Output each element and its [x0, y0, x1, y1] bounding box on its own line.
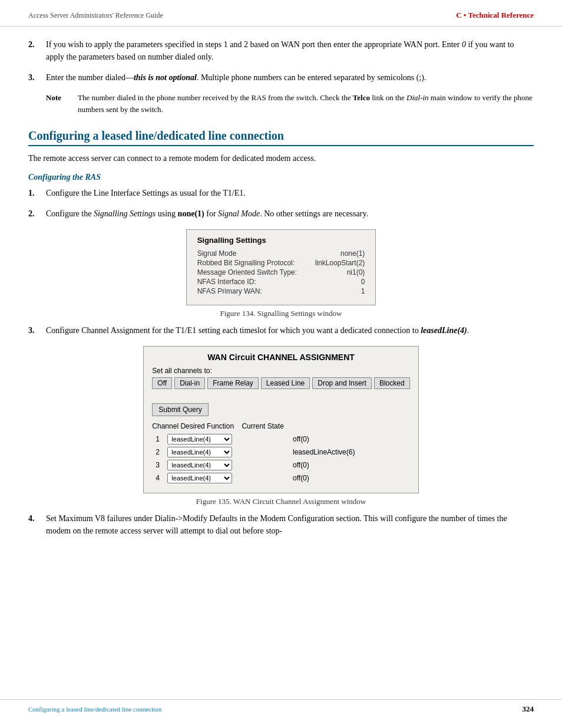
wan-channel-header: Channel Desired Function Current State — [152, 422, 409, 430]
page-footer: Configuring a leased line/dedicated line… — [0, 699, 562, 714]
header-chapter-prefix: C • — [456, 11, 468, 19]
subsection-heading: Configuring the RAS — [28, 173, 534, 182]
signal-row-1: Robbed Bit Signalling Protocol: linkLoop… — [197, 259, 365, 267]
wan-row-3-state: off(0) — [289, 459, 410, 472]
wan-row-1-num: 1 — [152, 433, 164, 446]
step-2-text: If you wish to apply the parameters spec… — [46, 38, 534, 63]
wan-row-2-state: leasedLineActive(6) — [289, 446, 410, 459]
wan-btn-leased-line[interactable]: Leased Line — [261, 377, 310, 389]
wan-btn-blocked[interactable]: Blocked — [374, 377, 410, 389]
wan-row-1-state: off(0) — [289, 433, 410, 446]
signal-box-title: Signalling Settings — [197, 236, 365, 245]
step-4: 4. Set Maximum V8 failures under Dialin-… — [28, 512, 534, 537]
wan-row-2-select-cell: leasedLine(4) — [164, 446, 289, 459]
figure-135-caption: Figure 135. WAN Circuit Channel Assignme… — [196, 497, 366, 506]
wan-channel-label2: Current State — [242, 422, 283, 430]
step-3-num: 3. — [28, 71, 46, 84]
wan-row-3-num: 3 — [152, 459, 164, 472]
footer-page-num: 324 — [523, 704, 534, 714]
wan-buttons-row: Off Dial-in Frame Relay Leased Line Drop… — [152, 377, 409, 389]
ras-step-1: 1. Configure the Line Interface Settings… — [28, 187, 534, 199]
section-heading: Configuring a leased line/dedicated line… — [28, 129, 534, 146]
ras-step-3-text: Configure Channel Assignment for the T1/… — [46, 324, 534, 337]
signal-label-1: Robbed Bit Signalling Protocol: — [197, 259, 315, 267]
signal-label-0: Signal Mode — [197, 249, 315, 258]
signal-value-3: 0 — [361, 278, 365, 286]
note-box: Note The number dialed in the phone numb… — [46, 92, 534, 115]
wan-table-row-3: 3 leasedLine(4) off(0) — [152, 459, 409, 472]
wan-box-title: WAN Circuit CHANNEL ASSIGNMENT — [152, 353, 409, 362]
ras-step-1-num: 1. — [28, 187, 46, 199]
step-2-num: 2. — [28, 38, 46, 63]
wan-row-4-num: 4 — [152, 472, 164, 485]
wan-btn-drop-insert[interactable]: Drop and Insert — [312, 377, 372, 389]
note-label: Note — [46, 92, 68, 115]
wan-table-row-2: 2 leasedLine(4) leasedLineActive(6) — [152, 446, 409, 459]
signal-label-2: Message Oriented Switch Type: — [197, 268, 315, 276]
wan-set-label: Set all channels to: — [152, 367, 409, 375]
step-4-num: 4. — [28, 512, 46, 537]
figure-134-caption: Figure 134. Signalling Settings window — [220, 309, 342, 318]
wan-btn-off[interactable]: Off — [152, 377, 172, 389]
signal-row-3: NFAS Interface ID: 0 — [197, 278, 365, 286]
wan-circuit-box: WAN Circuit CHANNEL ASSIGNMENT Set all c… — [143, 346, 418, 493]
signal-value-1: linkLoopStart(2) — [315, 259, 365, 267]
signal-label-4: NFAS Primary WAN: — [197, 287, 315, 295]
signal-value-4: 1 — [361, 287, 365, 295]
wan-row-2-num: 2 — [152, 446, 164, 459]
wan-row-4-state: off(0) — [289, 472, 410, 485]
ras-step-3: 3. Configure Channel Assignment for the … — [28, 324, 534, 337]
header-right-text: C • Technical Reference — [456, 11, 534, 20]
wan-btn-dialin[interactable]: Dial-in — [174, 377, 205, 389]
wan-row-3-select-cell: leasedLine(4) — [164, 459, 289, 472]
signal-row-0: Signal Mode none(1) — [197, 249, 365, 258]
signal-row-2: Message Oriented Switch Type: ni1(0) — [197, 268, 365, 276]
wan-row-2-select[interactable]: leasedLine(4) — [167, 447, 232, 457]
signal-settings-box: Signalling Settings Signal Mode none(1) … — [186, 229, 376, 305]
ras-step-2-text: Configure the Signalling Settings using … — [46, 207, 534, 220]
signal-value-0: none(1) — [340, 249, 365, 258]
step-3: 3. Enter the number dialed—this is not o… — [28, 71, 534, 84]
wan-row-1-select-cell: leasedLine(4) — [164, 433, 289, 446]
page: Access Server Administrators' Reference … — [0, 0, 562, 728]
main-content: 2. If you wish to apply the parameters s… — [0, 38, 562, 592]
section-intro: The remote access server can connect to … — [28, 152, 534, 164]
figure-135-container: WAN Circuit CHANNEL ASSIGNMENT Set all c… — [28, 346, 534, 506]
wan-row-3-select[interactable]: leasedLine(4) — [167, 460, 232, 470]
wan-btn-frame-relay[interactable]: Frame Relay — [207, 377, 259, 389]
ras-step-1-text: Configure the Line Interface Settings as… — [46, 187, 534, 199]
wan-submit-btn[interactable]: Submit Query — [152, 403, 208, 416]
note-text: The number dialed in the phone number re… — [78, 92, 534, 115]
footer-left: Configuring a leased line/dedicated line… — [28, 706, 161, 713]
signal-value-2: ni1(0) — [347, 268, 365, 276]
wan-channel-table: 1 leasedLine(4) off(0) 2 — [152, 433, 409, 485]
wan-table-row-4: 4 leasedLine(4) off(0) — [152, 472, 409, 485]
step-4-text: Set Maximum V8 failures under Dialin->Mo… — [46, 512, 534, 537]
header-left-text: Access Server Administrators' Reference … — [28, 11, 163, 20]
ras-step-3-num: 3. — [28, 324, 46, 337]
header-title: Technical Reference — [468, 11, 534, 19]
signal-label-3: NFAS Interface ID: — [197, 278, 315, 286]
wan-row-4-select[interactable]: leasedLine(4) — [167, 473, 232, 483]
step-3-text: Enter the number dialed—this is not opti… — [46, 71, 534, 84]
wan-row-1-select[interactable]: leasedLine(4) — [167, 434, 232, 444]
wan-row-4-select-cell: leasedLine(4) — [164, 472, 289, 485]
page-header: Access Server Administrators' Reference … — [0, 0, 562, 27]
ras-step-2-num: 2. — [28, 207, 46, 220]
signal-row-4: NFAS Primary WAN: 1 — [197, 287, 365, 295]
figure-134-container: Signalling Settings Signal Mode none(1) … — [28, 229, 534, 318]
wan-channel-label1: Channel Desired Function — [152, 422, 234, 430]
step-2: 2. If you wish to apply the parameters s… — [28, 38, 534, 63]
wan-table-row-1: 1 leasedLine(4) off(0) — [152, 433, 409, 446]
ras-step-2: 2. Configure the Signalling Settings usi… — [28, 207, 534, 220]
